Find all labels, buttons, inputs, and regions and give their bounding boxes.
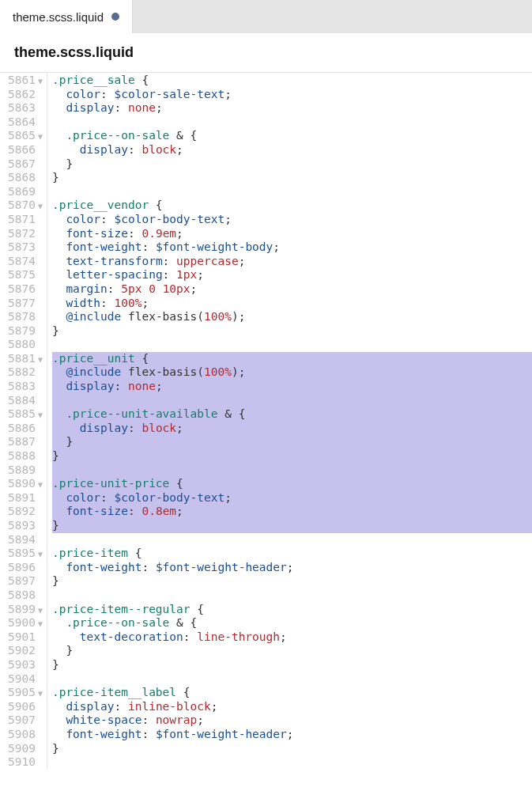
code-line[interactable]: text-transform: uppercase; (52, 255, 532, 269)
code-line[interactable]: } (52, 435, 532, 449)
code-line[interactable]: .price--on-sale & { (52, 616, 532, 630)
code-line[interactable]: .price-item--regular { (52, 603, 532, 617)
code-line[interactable]: text-decoration: line-through; (52, 630, 532, 645)
line-number: 5871 (8, 213, 44, 227)
code-line[interactable]: } (52, 644, 532, 658)
line-number: 5886 (8, 422, 44, 436)
code-line[interactable]: .price--unit-available & { (52, 407, 532, 422)
line-number: 5888 (8, 449, 44, 464)
tab-bar: theme.scss.liquid (0, 0, 532, 33)
line-number: 5904 (8, 672, 44, 687)
line-number: 5887 (8, 435, 44, 449)
line-number: 5869 (8, 185, 44, 199)
line-number: 5865▼ (8, 129, 44, 143)
line-number: 5883 (8, 380, 44, 394)
code-line[interactable]: } (52, 658, 532, 672)
code-line[interactable]: display: block; (52, 422, 532, 436)
fold-marker-icon[interactable]: ▼ (36, 130, 44, 144)
file-name: theme.scss.liquid (14, 44, 134, 60)
code-line[interactable]: font-weight: $font-weight-header; (52, 561, 532, 575)
code-line[interactable]: } (52, 574, 532, 589)
modified-indicator-icon (111, 13, 119, 21)
code-line[interactable]: letter-spacing: 1px; (52, 268, 532, 282)
code-line[interactable]: } (52, 519, 532, 533)
fold-marker-icon[interactable]: ▼ (36, 604, 44, 618)
code-line[interactable]: color: $color-sale-text; (52, 88, 532, 102)
line-number: 5889 (8, 464, 44, 478)
line-number: 5876 (8, 282, 44, 297)
code-line[interactable]: @include flex-basis(100%); (52, 310, 532, 324)
code-line[interactable]: } (52, 157, 532, 172)
code-line[interactable] (52, 672, 532, 687)
code-line[interactable] (52, 589, 532, 603)
tab-active[interactable]: theme.scss.liquid (0, 0, 133, 33)
code-line[interactable]: margin: 5px 0 10px; (52, 282, 532, 297)
code-line[interactable]: display: block; (52, 143, 532, 157)
line-number: 5893 (8, 519, 44, 533)
code-line[interactable]: } (52, 449, 532, 464)
line-number: 5890▼ (8, 477, 44, 491)
code-line[interactable]: .price-item { (52, 547, 532, 561)
line-number: 5863 (8, 101, 44, 115)
line-number: 5894 (8, 533, 44, 547)
fold-marker-icon[interactable]: ▼ (36, 478, 44, 492)
fold-marker-icon[interactable]: ▼ (36, 199, 44, 214)
fold-marker-icon[interactable]: ▼ (36, 74, 44, 89)
code-line[interactable]: @include flex-basis(100%); (52, 365, 532, 380)
code-line[interactable]: } (52, 742, 532, 756)
fold-marker-icon[interactable]: ▼ (36, 408, 44, 422)
code-line[interactable] (52, 185, 532, 199)
line-number: 5895▼ (8, 547, 44, 561)
code-editor[interactable]: 5861▼5862586358645865▼586658675868586958… (0, 73, 532, 770)
gutter: 5861▼5862586358645865▼586658675868586958… (0, 73, 47, 770)
line-number: 5864 (8, 115, 44, 130)
code-line[interactable]: font-weight: $font-weight-body; (52, 240, 532, 255)
line-number: 5901 (8, 630, 44, 645)
line-number: 5908 (8, 728, 44, 742)
line-number: 5897 (8, 574, 44, 589)
line-number: 5866 (8, 143, 44, 157)
code-line[interactable]: .price--on-sale & { (52, 129, 532, 143)
code-line[interactable]: .price__unit { (52, 352, 532, 366)
fold-marker-icon[interactable]: ▼ (36, 547, 44, 562)
line-number: 5898 (8, 589, 44, 603)
code-line[interactable]: } (52, 171, 532, 185)
code-line[interactable]: .price-item__label { (52, 686, 532, 700)
code-line[interactable] (52, 394, 532, 408)
line-number: 5900▼ (8, 616, 44, 630)
code-line[interactable]: .price-unit-price { (52, 477, 532, 491)
line-number: 5868 (8, 171, 44, 185)
fold-marker-icon[interactable]: ▼ (36, 617, 44, 631)
code-line[interactable]: font-size: 0.8em; (52, 505, 532, 519)
line-number: 5872 (8, 227, 44, 241)
code-line[interactable]: width: 100%; (52, 297, 532, 311)
code-area[interactable]: .price__sale { color: $color-sale-text; … (47, 73, 532, 770)
tab-label: theme.scss.liquid (13, 10, 104, 24)
code-line[interactable]: color: $color-body-text; (52, 213, 532, 227)
line-number: 5885▼ (8, 407, 44, 422)
line-number: 5909 (8, 742, 44, 756)
code-line[interactable]: } (52, 324, 532, 339)
line-number: 5896 (8, 561, 44, 575)
code-line[interactable] (52, 115, 532, 130)
code-line[interactable] (52, 464, 532, 478)
line-number: 5878 (8, 310, 44, 324)
code-line[interactable] (52, 755, 532, 770)
code-line[interactable]: font-size: 0.9em; (52, 227, 532, 241)
line-number: 5903 (8, 658, 44, 672)
code-line[interactable]: display: none; (52, 380, 532, 394)
code-line[interactable]: .price__sale { (52, 74, 532, 88)
code-line[interactable]: font-weight: $font-weight-header; (52, 728, 532, 742)
code-line[interactable]: white-space: nowrap; (52, 713, 532, 728)
fold-marker-icon[interactable]: ▼ (36, 687, 44, 701)
code-line[interactable]: display: inline-block; (52, 700, 532, 714)
line-number: 5873 (8, 240, 44, 255)
file-header: theme.scss.liquid (0, 33, 532, 73)
line-number: 5902 (8, 644, 44, 658)
code-line[interactable]: .price__vendor { (52, 199, 532, 213)
code-line[interactable]: display: none; (52, 101, 532, 115)
code-line[interactable] (52, 533, 532, 547)
code-line[interactable] (52, 338, 532, 352)
code-line[interactable]: color: $color-body-text; (52, 491, 532, 505)
fold-marker-icon[interactable]: ▼ (36, 353, 44, 367)
